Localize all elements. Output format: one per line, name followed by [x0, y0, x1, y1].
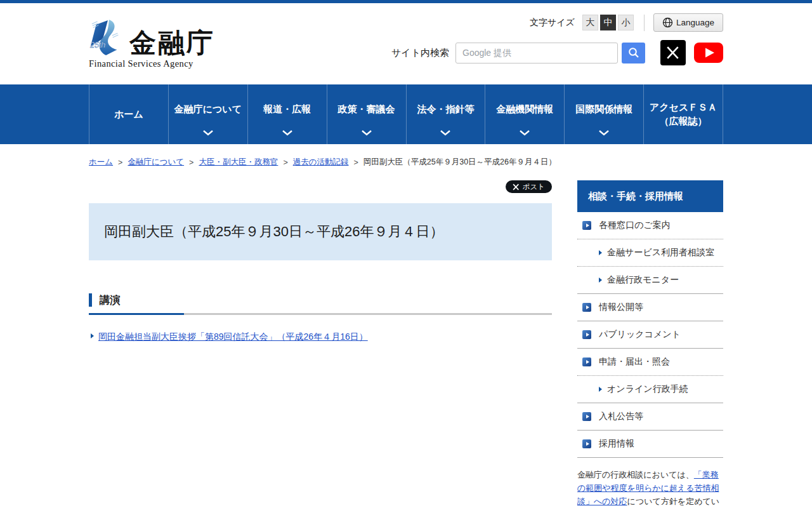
header-search-row: サイト内検索 [391, 40, 723, 65]
nav-item-laws-guidelines[interactable]: 法令・指針等 [406, 84, 485, 144]
site-search-label: サイト内検索 [391, 47, 449, 59]
x-post-button[interactable]: ポスト [506, 180, 552, 193]
breadcrumb-current: 岡田副大臣（平成25年９月30日～平成26年９月４日） [363, 157, 556, 168]
global-nav: ホーム 金融庁について 報道・広報 政策・審議会 法令・指針等 金融機関情報 国… [0, 84, 812, 144]
breadcrumb-link-ministers[interactable]: 大臣・副大臣・政務官 [199, 157, 278, 168]
nav-item-financial-institutions[interactable]: 金融機関情報 [485, 84, 564, 144]
chevron-down-icon [440, 130, 450, 136]
svg-text:25th: 25th [89, 41, 105, 50]
breadcrumb-separator: > [354, 158, 358, 167]
sidebar-item-online-procedures[interactable]: オンライン行政手続 [577, 376, 723, 403]
site-header: 25th 金融庁 Financial Services Agency 文字サイズ… [0, 3, 812, 84]
sidebar-item-bid-announcements[interactable]: 入札公告等 [577, 403, 723, 431]
breadcrumb-separator: > [283, 158, 287, 167]
main-content: ポスト 岡田副大臣（平成25年９月30日～平成26年９月４日） 講演 岡田金融担… [89, 180, 552, 344]
header-utility-row: 文字サイズ 大 中 小 Language [530, 13, 723, 32]
arrow-right-icon [599, 250, 602, 255]
section-rule [89, 313, 552, 315]
section-heading-lectures: 講演 [89, 293, 552, 307]
x-post-button-label: ポスト [523, 182, 545, 192]
arrow-square-icon [582, 303, 591, 312]
youtube-social-link[interactable] [694, 40, 723, 65]
language-button[interactable]: Language [653, 13, 723, 32]
sidebar: 相談・手続・採用情報 各種窓口のご案内 金融サービス利用者相談室 金融行政モニタ… [577, 180, 723, 508]
search-icon [628, 47, 639, 58]
sidebar-item-information-disclosure[interactable]: 情報公開等 [577, 294, 723, 321]
chevron-down-icon [282, 130, 292, 136]
sidebar-item-recruitment[interactable]: 採用情報 [577, 431, 723, 458]
list-item: 岡田金融担当副大臣挨拶「第89回信託大会」（平成26年４月16日） [89, 330, 552, 343]
chevron-down-icon [599, 130, 609, 136]
vertical-divider [644, 15, 645, 31]
breadcrumb-link-about[interactable]: 金融庁について [128, 157, 184, 168]
search-button[interactable] [622, 43, 645, 64]
arrow-square-icon [582, 412, 591, 421]
nav-item-policy-councils[interactable]: 政策・審議会 [327, 84, 406, 144]
nav-item-press[interactable]: 報道・広報 [247, 84, 327, 144]
sidebar-header: 相談・手続・採用情報 [577, 180, 723, 212]
arrow-right-icon [599, 387, 602, 392]
text-size-medium-button[interactable]: 中 [600, 15, 616, 30]
x-logo-icon [666, 46, 680, 60]
arrow-right-icon [599, 277, 602, 283]
nav-item-access-fsa[interactable]: アクセスＦＳＡ （広報誌） [643, 84, 723, 144]
sidebar-item-public-comment[interactable]: パブリックコメント [577, 321, 723, 349]
page-title-box: 岡田副大臣（平成25年９月30日～平成26年９月４日） [89, 203, 552, 260]
sidebar-item-contact-windows[interactable]: 各種窓口のご案内 [577, 212, 723, 239]
text-size-label: 文字サイズ [530, 17, 575, 29]
nav-item-about-fsa[interactable]: 金融庁について [168, 84, 247, 144]
arrow-square-icon [582, 221, 591, 230]
text-size-small-button[interactable]: 小 [618, 15, 634, 30]
sidebar-note-text: 金融庁の行政相談においては、 [577, 470, 694, 479]
x-logo-icon [513, 184, 520, 190]
sidebar-note: 金融庁の行政相談においては、「業務の範囲や程度を明らかに超える苦情相談」への対応… [577, 468, 723, 508]
sidebar-item-admin-monitor[interactable]: 金融行政モニター [577, 267, 723, 294]
search-input[interactable] [455, 43, 618, 64]
arrow-square-icon [582, 358, 591, 366]
chevron-down-icon [520, 130, 530, 136]
language-button-label: Language [676, 18, 714, 27]
breadcrumb-link-past-activities[interactable]: 過去の活動記録 [293, 157, 349, 168]
breadcrumb: ホーム > 金融庁について > 大臣・副大臣・政務官 > 過去の活動記録 > 岡… [89, 157, 723, 168]
chevron-down-icon [362, 130, 372, 136]
bullet-arrow-icon [91, 333, 94, 338]
arrow-square-icon [582, 330, 591, 339]
arrow-square-icon [582, 439, 591, 448]
breadcrumb-link-home[interactable]: ホーム [89, 157, 113, 168]
text-size-large-button[interactable]: 大 [582, 15, 598, 30]
x-social-link[interactable] [660, 40, 686, 65]
youtube-logo-icon [694, 40, 723, 65]
brand-name: 金融庁 [129, 30, 215, 57]
chevron-down-icon [203, 130, 213, 136]
nav-item-international[interactable]: 国際関係情報 [564, 84, 643, 144]
nav-item-home[interactable]: ホーム [89, 84, 168, 144]
globe-icon [662, 17, 673, 28]
fsa-logo[interactable]: 25th 金融庁 Financial Services Agency [89, 17, 215, 69]
breadcrumb-separator: > [118, 158, 122, 167]
fsa-logo-mark-icon: 25th [89, 17, 126, 57]
page-title: 岡田副大臣（平成25年９月30日～平成26年９月４日） [104, 222, 443, 241]
lecture-link[interactable]: 岡田金融担当副大臣挨拶「第89回信託大会」（平成26年４月16日） [98, 330, 368, 343]
sidebar-item-user-consultation[interactable]: 金融サービス利用者相談室 [577, 239, 723, 267]
sidebar-item-applications[interactable]: 申請・届出・照会 [577, 349, 723, 376]
breadcrumb-separator: > [189, 158, 193, 167]
brand-subtitle: Financial Services Agency [89, 58, 215, 69]
